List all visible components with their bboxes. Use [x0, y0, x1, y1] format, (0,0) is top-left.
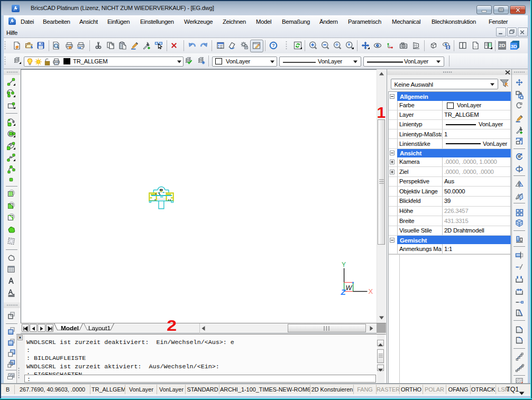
svg-text:W: W [346, 284, 353, 292]
svg-text:3D: 3D [510, 43, 517, 49]
svg-text:?: ? [272, 42, 275, 48]
svg-text:Z: Z [341, 287, 346, 296]
svg-text:Y: Y [342, 261, 346, 268]
svg-text:X: X [369, 287, 373, 295]
